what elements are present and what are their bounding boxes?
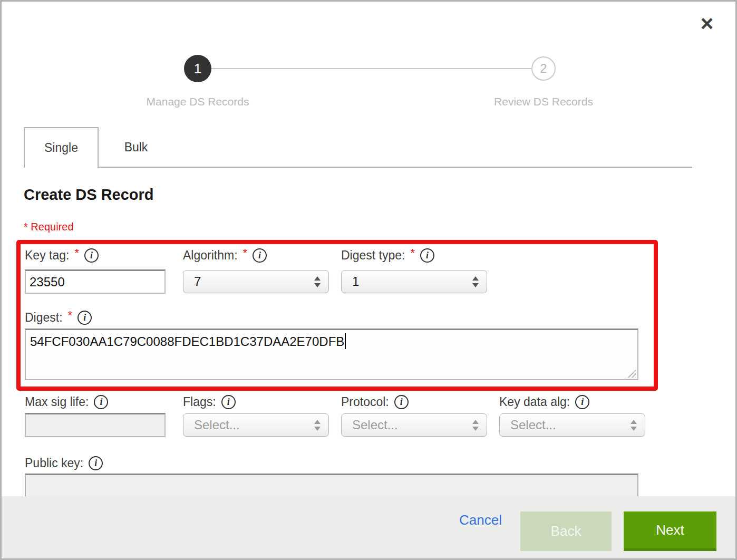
required-note: * Required [24, 221, 74, 233]
info-icon[interactable]: i [89, 456, 103, 470]
required-asterisk: * [410, 246, 415, 260]
algorithm-select[interactable]: 7 [183, 270, 329, 293]
public-key-textarea[interactable] [25, 474, 638, 496]
key-data-alg-label: Key data alg: i [499, 394, 589, 410]
select-arrows-icon [472, 420, 479, 431]
digest-textarea[interactable]: 54FCF030AA1C79C0088FDEC1BD1C37DAA2E70DFB [25, 329, 638, 380]
tab-single[interactable]: Single [24, 127, 99, 168]
info-icon[interactable]: i [394, 395, 409, 409]
stepper-step-2-label: Review DS Records [464, 95, 623, 108]
stepper-step-2-number: 2 [540, 62, 547, 76]
back-button[interactable]: Back [520, 511, 612, 551]
select-arrows-icon [631, 420, 637, 431]
flags-select[interactable]: Select... [183, 413, 329, 437]
stepper-step-1-label: Manage DS Records [119, 95, 277, 108]
info-icon-glyph: i [400, 397, 403, 408]
stepper-step-2-circle: 2 [531, 56, 556, 81]
algorithm-label: Algorithm: * i [183, 247, 267, 263]
max-sig-life-input[interactable] [25, 413, 166, 437]
digest-type-label: Digest type: * i [341, 247, 434, 263]
key-data-alg-select[interactable]: Select... [499, 413, 645, 437]
create-ds-record-modal: × 1 2 Manage DS Records Review DS Record… [0, 0, 737, 560]
select-arrows-icon [314, 420, 321, 431]
public-key-label-text: Public key: [25, 456, 83, 470]
required-asterisk: * [68, 308, 73, 322]
text-cursor [345, 333, 346, 349]
info-icon-glyph: i [83, 312, 86, 323]
key-data-alg-label-text: Key data alg: [499, 395, 570, 409]
public-key-label: Public key: i [25, 455, 103, 471]
max-sig-life-label-text: Max sig life: [25, 395, 89, 409]
close-icon[interactable]: × [694, 11, 720, 36]
stepper-step-1-number: 1 [194, 61, 201, 77]
key-tag-value: 23550 [30, 275, 65, 289]
required-asterisk: * [74, 246, 79, 260]
info-icon[interactable]: i [253, 248, 267, 263]
protocol-label: Protocol: i [341, 394, 409, 410]
key-tag-input[interactable]: 23550 [25, 269, 166, 294]
info-icon-glyph: i [581, 397, 584, 408]
flags-label-text: Flags: [183, 395, 216, 409]
cancel-button[interactable]: Cancel [459, 512, 502, 528]
digest-value: 54FCF030AA1C79C0088FDEC1BD1C37DAA2E70DFB [30, 334, 344, 349]
tab-single-label: Single [44, 141, 78, 155]
flags-value: Select... [194, 418, 314, 432]
digest-label-text: Digest: [25, 311, 63, 325]
info-icon[interactable]: i [94, 395, 108, 409]
info-icon-glyph: i [258, 250, 261, 261]
info-icon[interactable]: i [84, 248, 99, 263]
info-icon-glyph: i [100, 397, 102, 408]
protocol-label-text: Protocol: [341, 395, 389, 409]
select-arrows-icon [314, 276, 321, 287]
stepper-step-1-circle: 1 [184, 55, 211, 82]
tab-bulk[interactable]: Bulk [105, 127, 167, 168]
algorithm-label-text: Algorithm: [183, 248, 238, 263]
protocol-value: Select... [352, 418, 472, 432]
select-arrows-icon [472, 276, 479, 287]
info-icon[interactable]: i [221, 395, 236, 409]
info-icon-glyph: i [227, 397, 230, 408]
digest-type-value: 1 [352, 274, 472, 289]
info-icon-glyph: i [94, 458, 97, 469]
digest-type-label-text: Digest type: [341, 248, 405, 263]
algorithm-value: 7 [194, 274, 314, 289]
key-data-alg-value: Select... [510, 418, 631, 432]
info-icon[interactable]: i [77, 311, 92, 325]
key-tag-label-text: Key tag: [25, 248, 69, 263]
info-icon-glyph: i [90, 250, 93, 261]
max-sig-life-label: Max sig life: i [25, 394, 108, 410]
digest-label: Digest: * i [25, 310, 92, 325]
key-tag-label: Key tag: * i [25, 247, 99, 263]
page-title: Create DS Record [24, 186, 154, 204]
info-icon[interactable]: i [420, 248, 434, 263]
flags-label: Flags: i [183, 394, 236, 410]
required-asterisk: * [243, 246, 248, 260]
tab-bulk-label: Bulk [124, 140, 148, 155]
modal-footer: Cancel Back Next [2, 496, 735, 558]
info-icon[interactable]: i [575, 395, 589, 409]
tab-underline [99, 167, 692, 168]
resize-handle[interactable] [627, 369, 636, 378]
stepper-connector [211, 68, 531, 69]
next-button[interactable]: Next [624, 511, 716, 551]
info-icon-glyph: i [426, 250, 429, 261]
digest-type-select[interactable]: 1 [341, 270, 487, 293]
protocol-select[interactable]: Select... [341, 413, 487, 437]
